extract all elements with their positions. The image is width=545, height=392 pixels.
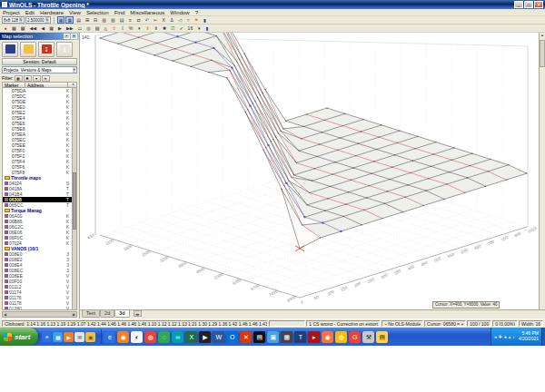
open-folder-icon[interactable] [20, 42, 36, 57]
quicklaunch-folder-icon[interactable]: ▣ [85, 332, 95, 342]
menu-item[interactable]: ? [195, 10, 198, 15]
filter-button[interactable]: ▦ [15, 75, 23, 82]
tray-icon[interactable]: ♪ [512, 334, 515, 339]
column-marker[interactable]: Marker [2, 82, 25, 88]
tree-mode-combo[interactable]: Projects, Versions & Maps ▾ [2, 66, 77, 74]
toolbar-button[interactable]: ▩ [10, 24, 18, 32]
toolbar-button[interactable]: ✂ [152, 16, 159, 24]
toolbar-button[interactable]: ⚑ [193, 16, 200, 24]
close-button[interactable]: ✕ [534, 1, 543, 8]
toolbar-button[interactable]: % [127, 24, 134, 32]
toolbar-button[interactable]: ▮ [202, 16, 209, 24]
sidebar-vertical-scrollbar[interactable] [72, 88, 76, 309]
taskbar-word-icon[interactable]: W [213, 331, 224, 343]
toolbar-button[interactable]: ⊟ [92, 16, 99, 24]
toolbar-button[interactable]: ▩ [19, 24, 27, 32]
toolbar-button[interactable]: ✔ [177, 24, 184, 32]
taskbar-film-icon[interactable]: ▤ [253, 331, 265, 343]
taskbar-gmail-icon[interactable]: G [349, 331, 361, 343]
toolbar-button[interactable]: ◬ [102, 24, 109, 32]
toolbar-button[interactable]: ▮ [203, 24, 211, 32]
title-bar[interactable]: WinOLS - Throttle Opening * _ □ ✕ [0, 0, 545, 9]
filter-button[interactable]: ✱ [24, 75, 32, 82]
toolbar-button[interactable]: ⇄ [134, 16, 142, 24]
view-tab[interactable]: 3d [114, 310, 129, 318]
spinner-icon[interactable]: ⇅ [19, 17, 23, 23]
toolbar-button[interactable]: ☑ [169, 24, 176, 32]
scroll-left-icon[interactable]: ◀ [4, 312, 6, 317]
quicklaunch-desktop-icon[interactable]: ▦ [53, 332, 63, 342]
export-map-icon[interactable]: ↥ [56, 42, 73, 57]
taskbar-red-x-icon[interactable]: ✕ [240, 331, 252, 343]
panel-pin-button[interactable]: ▪ [64, 34, 70, 39]
maximize-button[interactable]: □ [524, 1, 533, 8]
toolbar-button[interactable]: ≡ [126, 16, 134, 24]
taskbar-photos-icon[interactable]: ▦ [281, 331, 292, 343]
taskbar-player-icon[interactable]: ▶ [199, 331, 211, 343]
toolbar-button[interactable]: Δ [168, 16, 175, 24]
toolbar-button[interactable]: ⇧ [110, 24, 117, 32]
toolbar-button[interactable]: 16 [186, 24, 195, 32]
menu-item[interactable]: Hardware [40, 10, 64, 15]
toolbar-button[interactable]: ▦ [47, 24, 55, 32]
tab-scroll-arrows[interactable]: ◂▸ [134, 310, 142, 317]
show-desktop-strip[interactable] [541, 328, 545, 346]
tray-icon[interactable]: ◂ [494, 334, 497, 339]
toolbar-button[interactable]: ✱ [161, 24, 168, 32]
taskbar-media-icon[interactable]: ◉ [117, 331, 129, 343]
taskbar-red-tv-icon[interactable]: ▸ [308, 331, 320, 343]
toolbar-button[interactable]: ▦ [57, 16, 65, 24]
tray-icon[interactable]: ● [504, 334, 507, 339]
tray-icon[interactable]: ✚ [499, 334, 502, 339]
toolbar-button[interactable]: ● [2, 24, 9, 32]
map-size-combo[interactable]: 8x8 128⇅ [2, 16, 25, 24]
taskbar-green-app-icon[interactable]: ◌ [158, 331, 170, 343]
scrollbar-thumb[interactable] [73, 172, 76, 230]
view-tab[interactable]: Text [82, 310, 100, 318]
toolbar-button[interactable]: ▶ [56, 24, 64, 32]
taskbar-chrome2-icon[interactable]: ◍ [335, 331, 347, 343]
toolbar-button[interactable]: ⬆ [153, 24, 160, 32]
toolbar-button[interactable]: ▭ [76, 24, 84, 32]
quicklaunch-mail-icon[interactable]: ✉ [74, 332, 84, 342]
menu-item[interactable]: Miscellaneous [130, 10, 164, 15]
taskbar-chrome-icon[interactable]: ◍ [144, 331, 156, 343]
toolbar-button[interactable]: ↶ [144, 16, 151, 24]
minimize-button[interactable]: _ [514, 1, 523, 8]
taskbar-excel-icon[interactable]: X [185, 331, 197, 343]
taskbar-teal-loop-icon[interactable]: ∞ [172, 331, 183, 343]
taskbar-notes-icon[interactable]: ▤ [376, 331, 388, 343]
filter-button[interactable]: ≋ [42, 75, 50, 82]
toolbar-button[interactable]: ⬆ [144, 24, 151, 32]
menu-item[interactable]: Window [170, 10, 189, 15]
scroll-right-icon[interactable]: ▶ [73, 312, 75, 317]
import-map-icon[interactable]: ↧ [38, 42, 54, 57]
chart-vertical-scrollbar[interactable]: ▲ [539, 33, 545, 309]
menu-item[interactable]: Project [3, 10, 20, 15]
factor-combo[interactable]: 2.500000⇅ [25, 16, 51, 24]
chevron-down-icon[interactable]: ▾ [73, 67, 75, 73]
toolbar-button[interactable]: ▥ [109, 16, 117, 24]
toolbar-button[interactable]: ▧ [94, 24, 102, 32]
menu-item[interactable]: Edit [25, 10, 35, 15]
taskbar-ie-icon[interactable]: e [104, 331, 115, 343]
menu-item[interactable]: View [69, 10, 81, 15]
toolbar-button[interactable]: ◀ [39, 24, 46, 32]
menu-item[interactable]: Find [114, 10, 125, 15]
session-button[interactable]: Session: Default [2, 58, 77, 65]
save-icon[interactable] [2, 42, 18, 57]
menu-item[interactable]: Selection [86, 10, 109, 15]
taskbar-firefox-icon[interactable]: ◉ [322, 331, 333, 343]
start-button[interactable]: start [0, 328, 38, 346]
tray-icon[interactable]: ▴ [509, 334, 511, 339]
toolbar-button[interactable]: ◁ [176, 16, 183, 24]
spinner-icon[interactable]: ⇅ [45, 17, 49, 23]
toolbar-button[interactable]: ▥ [100, 16, 108, 24]
map-list-row[interactable]: 01280 V [3, 306, 76, 310]
column-address[interactable]: Address [25, 82, 68, 88]
toolbar-button[interactable]: ▤ [118, 16, 126, 24]
toolbar-button[interactable]: ⌗ [184, 16, 192, 24]
toolbar-button[interactable]: ▾ [195, 24, 203, 32]
toolbar-button[interactable]: ⇩ [119, 24, 126, 32]
taskbar-panda-icon[interactable]: ◐ [131, 331, 143, 343]
